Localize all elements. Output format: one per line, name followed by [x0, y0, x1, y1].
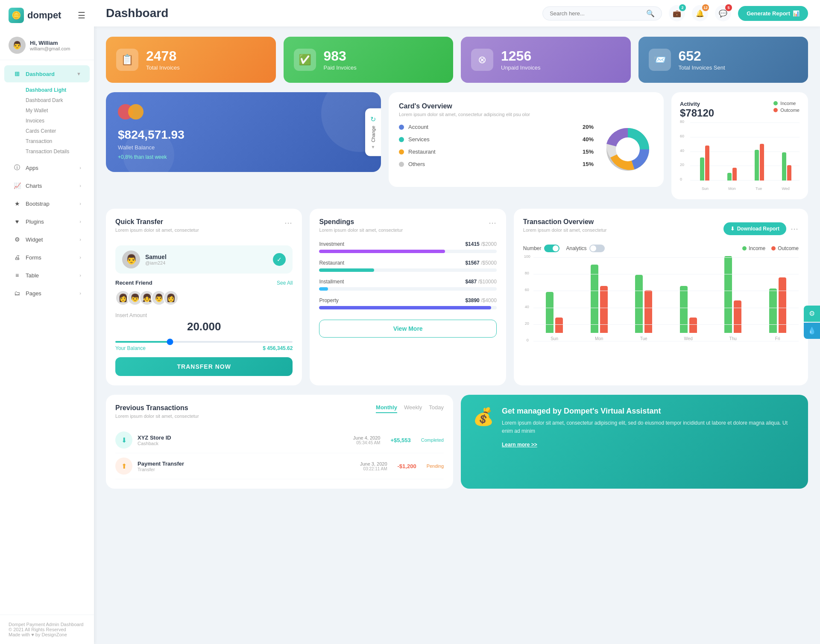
sub-item-invoices[interactable]: Invoices [21, 116, 94, 126]
transfer-person[interactable]: 👨 Samuel @iam224 ✓ [115, 245, 293, 274]
search-box[interactable]: 🔍 [542, 6, 662, 20]
view-more-button[interactable]: View More [319, 320, 496, 338]
settings-sidebar-button[interactable]: ⚙ [804, 306, 820, 322]
friend-5[interactable]: 👩 [163, 290, 179, 306]
tab-monthly[interactable]: Monthly [376, 404, 397, 413]
outcome-dot [773, 108, 778, 112]
tx-time-2: 03:22:11 AM [360, 466, 387, 471]
quick-transfer-menu[interactable]: ⋯ [284, 218, 293, 227]
bar-group-mon [727, 168, 737, 181]
avatar: 👨 [9, 37, 26, 54]
tx-tabs: Monthly Weekly Today [376, 404, 444, 413]
tx-amount: +$5,553 [390, 437, 410, 443]
see-all-link[interactable]: See All [277, 280, 293, 286]
sidebar-item-plugins[interactable]: ♥ Plugins › [4, 213, 90, 230]
spendings-list: Investment $1415 /$2000 Restaurant $1567… [319, 241, 496, 309]
wallet-badge: 2 [679, 4, 686, 11]
activity-card: Activity $78120 Income Outcome [671, 92, 808, 199]
number-toggle[interactable]: Number [523, 245, 559, 252]
dashboard-submenu: Dashboard Light Dashboard Dark My Wallet… [0, 83, 94, 158]
sidebar-item-charts[interactable]: 📈 Charts › [4, 177, 90, 194]
to-outcome-legend: Outcome [771, 245, 799, 251]
spendings-menu[interactable]: ⋯ [489, 218, 497, 227]
sidebar-item-pages-label: Pages [26, 290, 41, 297]
to-header: Transaction Overview Lorem ipsum dolor s… [523, 218, 799, 239]
sub-item-my-wallet[interactable]: My Wallet [21, 105, 94, 116]
sidebar-item-dashboard[interactable]: ⊞ Dashboard ▼ [4, 65, 90, 82]
total-invoices-icon: 📋 [116, 49, 138, 71]
upload-arrow-icon: ⬆ [121, 462, 127, 470]
sidebar-item-forms-label: Forms [26, 254, 41, 261]
sidebar-item-pages[interactable]: 🗂 Pages › [4, 285, 90, 302]
generate-report-button[interactable]: Generate Report 📊 [738, 6, 808, 21]
sub-item-dashboard-light[interactable]: Dashboard Light [21, 85, 94, 95]
quick-transfer-header: Quick Transfer Lorem ipsum dolor sit ame… [115, 218, 293, 239]
download-report-label: Download Report [737, 226, 779, 232]
number-toggle-label: Number [523, 245, 542, 251]
chevron-right-icon5: › [79, 237, 81, 242]
sub-item-transaction[interactable]: Transaction [21, 136, 94, 146]
spendings-subtitle: Lorem ipsum dolor sit amet, consectetur [319, 227, 403, 233]
tab-today[interactable]: Today [429, 404, 444, 413]
investment-fill [319, 250, 445, 253]
big-outcome-thu [734, 300, 741, 333]
others-pct: 15% [583, 161, 594, 167]
to-menu[interactable]: ⋯ [791, 224, 799, 233]
stat-total-invoices: 📋 2478 Total Invoices [106, 37, 276, 83]
big-bar-mon: Mon [591, 265, 608, 341]
transfer-now-button[interactable]: TRANSFER NOW [115, 357, 293, 376]
to-title: Transaction Overview [523, 218, 607, 226]
user-section: 👨 Hi, William william@gmail.com [0, 31, 94, 60]
income-bar-sun [700, 157, 704, 181]
drop-icon: 💧 [808, 326, 816, 335]
balance-label: Your Balance [115, 345, 146, 351]
water-drop-sidebar-button[interactable]: 💧 [804, 323, 820, 339]
amount-slider[interactable] [115, 341, 293, 343]
download-report-button[interactable]: ⬇ Download Report [723, 222, 786, 235]
stat-paid-invoices: ✅ 983 Paid Invoices [284, 37, 454, 83]
balance-row: Your Balance $ 456,345.62 [115, 345, 293, 351]
paid-invoices-icon: ✅ [294, 49, 316, 71]
sidebar-item-forms[interactable]: 🖨 Forms › [4, 249, 90, 266]
overview-content: Account 20% Services 40% Restaurant [399, 124, 653, 177]
content-area: 📋 2478 Total Invoices ✅ 983 Paid Invoice… [94, 26, 820, 644]
va-learn-more-link[interactable]: Learn more >> [502, 442, 537, 448]
chat-icon-btn[interactable]: 💬 5 [715, 5, 731, 21]
notification-icon-btn[interactable]: 🔔 12 [692, 5, 708, 21]
unpaid-invoices-icon: ⊗ [471, 49, 493, 71]
tx-date-block-2: June 3, 2020 03:22:11 AM [360, 461, 387, 471]
analytics-toggle[interactable]: Analytics [566, 245, 605, 252]
sub-item-dashboard-dark[interactable]: Dashboard Dark [21, 95, 94, 105]
spending-installment-header: Installment $487 /$10000 [319, 279, 496, 285]
big-outcome-sun [555, 318, 563, 333]
number-toggle-switch[interactable] [544, 245, 559, 252]
overview-list: Account 20% Services 40% Restaurant [399, 124, 594, 177]
big-label-thu: Thu [729, 336, 737, 341]
analytics-toggle-switch[interactable] [589, 245, 605, 252]
sidebar-item-bootstrap[interactable]: ★ Bootstrap › [4, 195, 90, 212]
search-input[interactable] [550, 10, 643, 17]
wallet-icon-btn[interactable]: 💼 2 [669, 5, 685, 21]
restaurant-dot [399, 149, 404, 154]
tab-weekly[interactable]: Weekly [404, 404, 422, 413]
sub-item-cards-center[interactable]: Cards Center [21, 126, 94, 136]
others-dot [399, 162, 404, 167]
sidebar-item-apps[interactable]: ⓘ Apps › [4, 159, 90, 176]
to-income-legend: Income [742, 245, 765, 251]
big-bar-thu: Thu [724, 256, 741, 341]
widget-icon: ⚙ [13, 235, 21, 244]
sub-item-transaction-details[interactable]: Transaction Details [21, 146, 94, 157]
investment-amount: $1415 /$2000 [465, 241, 496, 247]
outcome-bar-wed [787, 165, 791, 181]
big-bar-fri: Fri [769, 277, 786, 341]
logo-text: dompet [27, 10, 61, 21]
hamburger-icon[interactable]: ☰ [78, 10, 85, 20]
sidebar-item-widget[interactable]: ⚙ Widget › [4, 231, 90, 248]
sidebar-item-charts-label: Charts [26, 183, 42, 189]
spending-restaurant: Restaurant $1567 /$5000 [319, 260, 496, 272]
cards-overview-title: Card's Overview [399, 102, 653, 110]
income-bar-tue [755, 150, 759, 181]
sidebar-item-table[interactable]: ≡ Table › [4, 267, 90, 284]
change-button[interactable]: ↻ Change ▼ [365, 108, 381, 156]
search-icon: 🔍 [646, 9, 655, 17]
